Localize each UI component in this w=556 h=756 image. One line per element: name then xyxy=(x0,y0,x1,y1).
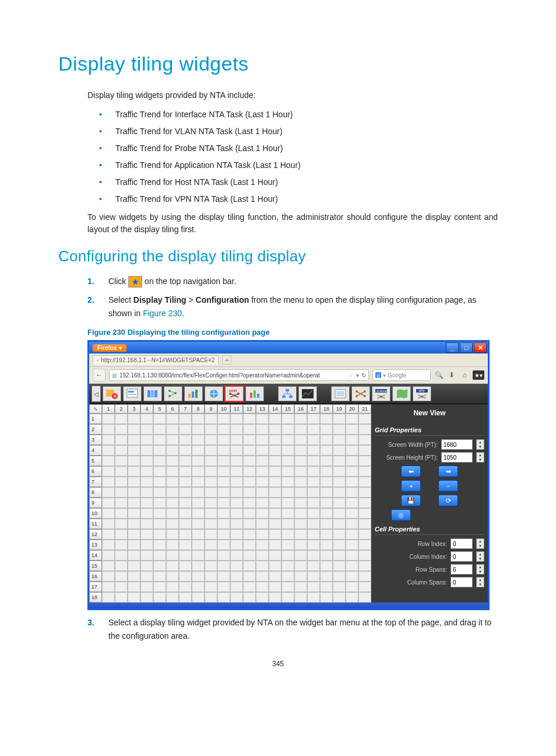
grid-row-header[interactable]: 9 xyxy=(89,498,102,508)
grid-cell[interactable] xyxy=(205,550,217,561)
grid-cell[interactable] xyxy=(333,435,346,445)
grid-cell[interactable] xyxy=(153,424,166,435)
grid-cell[interactable] xyxy=(115,498,128,508)
grid-cell[interactable] xyxy=(205,414,217,424)
row-spans-input[interactable]: 6 xyxy=(451,564,473,575)
grid-cell[interactable] xyxy=(230,592,243,603)
grid-cell[interactable] xyxy=(153,561,166,571)
bookmark-star-icon[interactable]: ☆ xyxy=(349,372,354,379)
grid-cell[interactable] xyxy=(320,571,333,582)
grid-cell[interactable] xyxy=(281,414,294,424)
grid-cell[interactable] xyxy=(256,571,269,582)
minimize-button[interactable]: _ xyxy=(446,342,459,353)
grid-cell[interactable] xyxy=(243,466,256,477)
grid-cell[interactable] xyxy=(230,498,243,508)
grid-cell[interactable] xyxy=(281,477,294,487)
grid-row-header[interactable]: 4 xyxy=(89,445,102,456)
grid-cell[interactable] xyxy=(294,519,307,529)
chevron-down-icon[interactable]: ▾ xyxy=(356,372,359,379)
grid-cell[interactable] xyxy=(140,519,153,529)
grid-cell[interactable] xyxy=(140,477,153,487)
tool-clipboard-icon[interactable] xyxy=(123,386,142,401)
grid-cell[interactable] xyxy=(140,487,153,498)
grid-cell[interactable] xyxy=(179,487,192,498)
grid-cell[interactable] xyxy=(230,456,243,466)
grid-area[interactable]: ⤡123456789101112131415161718192021 12345… xyxy=(89,404,371,603)
grid-cell[interactable] xyxy=(192,456,205,466)
grid-cell[interactable] xyxy=(333,445,346,456)
grid-cell[interactable] xyxy=(346,571,358,582)
grid-cell[interactable] xyxy=(102,435,115,445)
collapse-toolbar-button[interactable]: ◁ xyxy=(92,386,101,402)
grid-cell[interactable] xyxy=(358,508,371,519)
grid-cell[interactable] xyxy=(307,529,320,540)
grid-cell[interactable] xyxy=(307,487,320,498)
grid-cell[interactable] xyxy=(346,498,358,508)
grid-cell[interactable] xyxy=(307,477,320,487)
grid-cell[interactable] xyxy=(294,466,307,477)
grid-cell[interactable] xyxy=(205,571,217,582)
grid-cell[interactable] xyxy=(358,414,371,424)
grid-cell[interactable] xyxy=(115,571,128,582)
grid-cell[interactable] xyxy=(217,424,230,435)
grid-cell[interactable] xyxy=(358,561,371,571)
grid-cell[interactable] xyxy=(128,571,140,582)
grid-cell[interactable] xyxy=(307,550,320,561)
grid-col-header[interactable]: 3 xyxy=(128,404,140,414)
grid-cell[interactable] xyxy=(256,498,269,508)
arrow-left-button[interactable]: ⬅ xyxy=(401,466,421,477)
grid-cell[interactable] xyxy=(281,498,294,508)
grid-cell[interactable] xyxy=(192,498,205,508)
grid-col-header[interactable]: 21 xyxy=(358,404,371,414)
grid-cell[interactable] xyxy=(205,456,217,466)
grid-cell[interactable] xyxy=(153,487,166,498)
grid-cell[interactable] xyxy=(140,414,153,424)
grid-col-header[interactable]: 14 xyxy=(269,404,281,414)
grid-cell[interactable] xyxy=(217,445,230,456)
grid-cell[interactable] xyxy=(243,571,256,582)
grid-col-header[interactable]: 18 xyxy=(320,404,333,414)
grid-cell[interactable] xyxy=(281,550,294,561)
tool-bars-icon[interactable] xyxy=(184,386,203,401)
grid-cell[interactable] xyxy=(153,571,166,582)
grid-cell[interactable] xyxy=(153,540,166,550)
grid-cell[interactable] xyxy=(140,529,153,540)
grid-cell[interactable] xyxy=(153,477,166,487)
grid-cell[interactable] xyxy=(166,445,179,456)
grid-cell[interactable] xyxy=(230,561,243,571)
grid-col-header[interactable]: 1 xyxy=(102,404,115,414)
grid-cell[interactable] xyxy=(243,456,256,466)
grid-cell[interactable] xyxy=(179,582,192,592)
grid-cell[interactable] xyxy=(281,508,294,519)
grid-row-header[interactable]: 1 xyxy=(89,414,102,424)
save-button[interactable]: 💾 xyxy=(401,495,421,506)
grid-cell[interactable] xyxy=(115,529,128,540)
grid-cell[interactable] xyxy=(205,445,217,456)
grid-cell[interactable] xyxy=(243,414,256,424)
tool-topology-icon[interactable] xyxy=(278,386,297,401)
grid-cell[interactable] xyxy=(346,561,358,571)
grid-cell[interactable] xyxy=(320,466,333,477)
grid-cell[interactable] xyxy=(140,550,153,561)
grid-col-header[interactable]: 8 xyxy=(192,404,205,414)
grid-cell[interactable] xyxy=(166,424,179,435)
grid-cell[interactable] xyxy=(281,424,294,435)
grid-cell[interactable] xyxy=(281,435,294,445)
row-index-stepper[interactable]: ▲▼ xyxy=(476,538,484,549)
grid-col-header[interactable]: 11 xyxy=(230,404,243,414)
grid-cell[interactable] xyxy=(346,487,358,498)
grid-cell[interactable] xyxy=(333,424,346,435)
grid-cell[interactable] xyxy=(333,571,346,582)
grid-row-header[interactable]: 17 xyxy=(89,582,102,592)
search-icon[interactable]: 🔍 xyxy=(434,371,444,379)
grid-cell[interactable] xyxy=(243,550,256,561)
tool-alert-icon[interactable]: ✕ xyxy=(103,386,121,401)
grid-cell[interactable] xyxy=(307,466,320,477)
grid-cell[interactable] xyxy=(230,424,243,435)
grid-cell[interactable] xyxy=(230,519,243,529)
grid-cell[interactable] xyxy=(294,592,307,603)
grid-cell[interactable] xyxy=(243,477,256,487)
grid-cell[interactable] xyxy=(166,487,179,498)
target-button[interactable]: ◎ xyxy=(391,509,411,521)
grid-cell[interactable] xyxy=(205,592,217,603)
